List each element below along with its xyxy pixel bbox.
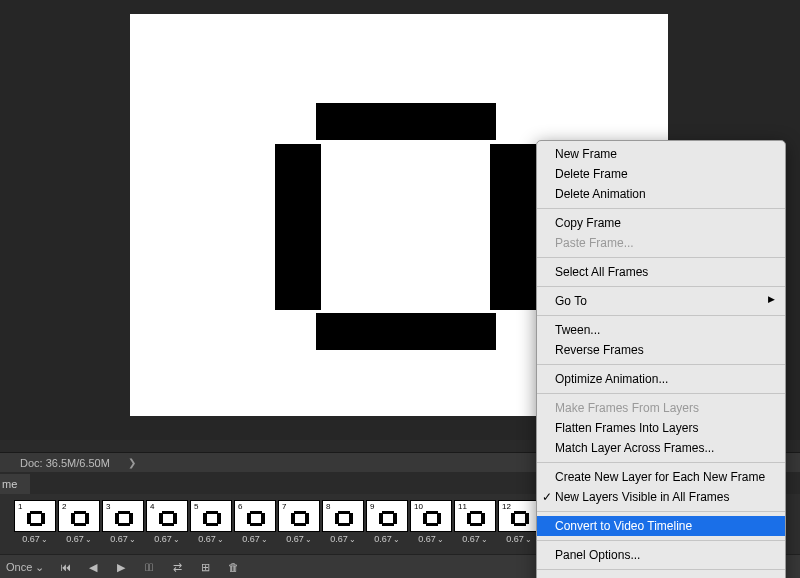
frame-thumbnail: 10	[410, 500, 452, 532]
frame-thumbnail: 6	[234, 500, 276, 532]
menu-create-new-layer[interactable]: Create New Layer for Each New Frame	[537, 467, 785, 487]
doc-size: Doc: 36.5M/6.50M	[20, 457, 110, 469]
menu-separator	[537, 462, 785, 463]
frame-thumbnail: 1	[14, 500, 56, 532]
frame-duration[interactable]: 0.67	[190, 534, 232, 544]
menu-separator	[537, 364, 785, 365]
timeline-frame[interactable]: 30.67	[102, 500, 144, 544]
frame-number: 1	[18, 502, 22, 511]
frame-thumbnail: 12	[498, 500, 540, 532]
menu-select-all[interactable]: Select All Frames	[537, 262, 785, 282]
loop-dropdown[interactable]: Once ⌄	[6, 561, 44, 574]
menu-go-to[interactable]: Go To	[537, 291, 785, 311]
menu-visible-all[interactable]: New Layers Visible in All Frames	[537, 487, 785, 507]
frame-duration[interactable]: 0.67	[58, 534, 100, 544]
frame-icon	[423, 511, 441, 526]
menu-convert-video[interactable]: Convert to Video Timeline	[537, 516, 785, 536]
timeline-context-menu: New Frame Delete Frame Delete Animation …	[536, 140, 786, 578]
chevron-right-icon[interactable]: ❯	[128, 457, 136, 468]
menu-match-layer[interactable]: Match Layer Across Frames...	[537, 438, 785, 458]
frame-duration[interactable]: 0.67	[410, 534, 452, 544]
menu-separator	[537, 569, 785, 570]
next-frame-button[interactable]: ▶⃓	[142, 560, 156, 574]
frame-duration[interactable]: 0.67	[498, 534, 540, 544]
frame-icon	[291, 511, 309, 526]
menu-separator	[537, 286, 785, 287]
menu-tween[interactable]: Tween...	[537, 320, 785, 340]
menu-paste-frame: Paste Frame...	[537, 233, 785, 253]
menu-copy-frame[interactable]: Copy Frame	[537, 213, 785, 233]
frame-duration[interactable]: 0.67	[14, 534, 56, 544]
menu-reverse[interactable]: Reverse Frames	[537, 340, 785, 360]
frame-duration[interactable]: 0.67	[234, 534, 276, 544]
frame-number: 6	[238, 502, 242, 511]
frame-number: 11	[458, 502, 467, 511]
frame-thumbnail: 3	[102, 500, 144, 532]
frame-duration[interactable]: 0.67	[146, 534, 188, 544]
first-frame-button[interactable]: ⏮	[58, 560, 72, 574]
new-frame-button[interactable]: ⊞	[198, 560, 212, 574]
menu-delete-frame[interactable]: Delete Frame	[537, 164, 785, 184]
shape-right	[490, 144, 536, 310]
frame-duration[interactable]: 0.67	[102, 534, 144, 544]
menu-separator	[537, 511, 785, 512]
menu-delete-animation[interactable]: Delete Animation	[537, 184, 785, 204]
frame-thumbnail: 8	[322, 500, 364, 532]
timeline-frame[interactable]: 120.67	[498, 500, 540, 544]
timeline-frame[interactable]: 20.67	[58, 500, 100, 544]
menu-flatten[interactable]: Flatten Frames Into Layers	[537, 418, 785, 438]
timeline-frame[interactable]: 10.67	[14, 500, 56, 544]
timeline-edge	[792, 494, 800, 554]
frame-duration[interactable]: 0.67	[322, 534, 364, 544]
timeline-frame[interactable]: 100.67	[410, 500, 452, 544]
frame-duration[interactable]: 0.67	[366, 534, 408, 544]
frame-number: 7	[282, 502, 286, 511]
shape-top	[316, 103, 496, 140]
menu-separator	[537, 257, 785, 258]
frame-icon	[467, 511, 485, 526]
frame-icon	[511, 511, 529, 526]
frame-thumbnail: 5	[190, 500, 232, 532]
menu-new-frame[interactable]: New Frame	[537, 144, 785, 164]
menu-separator	[537, 393, 785, 394]
timeline-frame[interactable]: 60.67	[234, 500, 276, 544]
menu-close[interactable]: Close	[537, 574, 785, 578]
menu-separator	[537, 540, 785, 541]
shape-left	[275, 144, 321, 310]
frame-thumbnail: 11	[454, 500, 496, 532]
frame-thumbnail: 4	[146, 500, 188, 532]
timeline-frame[interactable]: 80.67	[322, 500, 364, 544]
frame-number: 3	[106, 502, 110, 511]
frame-number: 8	[326, 502, 330, 511]
timeline-frame[interactable]: 110.67	[454, 500, 496, 544]
timeline-frame[interactable]: 50.67	[190, 500, 232, 544]
panel-tab[interactable]: me	[0, 474, 30, 494]
menu-separator	[537, 315, 785, 316]
timeline-frame[interactable]: 40.67	[146, 500, 188, 544]
menu-panel-options[interactable]: Panel Options...	[537, 545, 785, 565]
frame-duration[interactable]: 0.67	[278, 534, 320, 544]
frame-number: 2	[62, 502, 66, 511]
timeline-frame[interactable]: 70.67	[278, 500, 320, 544]
delete-frame-button[interactable]: 🗑	[226, 560, 240, 574]
frame-icon	[335, 511, 353, 526]
frame-number: 9	[370, 502, 374, 511]
frame-icon	[159, 511, 177, 526]
frame-icon	[115, 511, 133, 526]
frame-duration[interactable]: 0.67	[454, 534, 496, 544]
frame-number: 5	[194, 502, 198, 511]
frame-number: 12	[502, 502, 511, 511]
prev-frame-button[interactable]: ◀	[86, 560, 100, 574]
menu-make-from-layers: Make Frames From Layers	[537, 398, 785, 418]
frame-thumbnail: 7	[278, 500, 320, 532]
play-button[interactable]: ▶	[114, 560, 128, 574]
shape-bottom	[316, 313, 496, 350]
frame-number: 10	[414, 502, 423, 511]
menu-optimize[interactable]: Optimize Animation...	[537, 369, 785, 389]
timeline-frame[interactable]: 90.67	[366, 500, 408, 544]
frame-thumbnail: 2	[58, 500, 100, 532]
frame-thumbnail: 9	[366, 500, 408, 532]
tween-button[interactable]: ⇄	[170, 560, 184, 574]
frame-number: 4	[150, 502, 154, 511]
frame-icon	[379, 511, 397, 526]
